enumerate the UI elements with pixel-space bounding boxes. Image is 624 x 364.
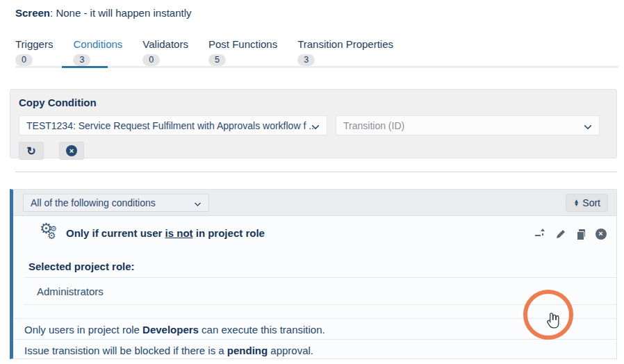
sort-button[interactable]: ▲▼ Sort <box>566 194 608 212</box>
condition-group-select[interactable]: All of the following conditions <box>23 194 209 212</box>
section-divider <box>15 172 617 172</box>
gears-icon: ⚙ ⚙ ⚙ <box>40 222 63 245</box>
tab-post-functions[interactable]: Post Functions 5 <box>208 38 277 66</box>
tab-count-badge: 5 <box>208 54 226 66</box>
tab-triggers[interactable]: Triggers 0 <box>15 38 53 66</box>
tab-count-badge: 0 <box>142 54 160 66</box>
conditions-header: All of the following conditions ▲▼ Sort <box>13 190 616 216</box>
edit-icon[interactable] <box>555 228 566 240</box>
close-circle-icon: × <box>66 145 77 156</box>
transition-select-placeholder: Transition (ID) <box>343 120 404 131</box>
tab-count-badge: 0 <box>15 54 33 66</box>
screen-label: Screen <box>15 7 50 19</box>
clear-copy-condition-button[interactable]: × <box>59 142 84 160</box>
copy-condition-title: Copy Condition <box>19 97 97 108</box>
active-tab-indicator <box>62 66 108 68</box>
tab-label: Validators <box>142 38 188 50</box>
selected-role-value: Administrators <box>13 278 616 304</box>
screen-summary: Screen: None - it will happen instantly <box>15 7 191 19</box>
condition-message-row: Issue transistion will be blocked if the… <box>13 339 616 360</box>
delete-icon[interactable]: × <box>595 228 607 240</box>
tab-count-badge: 3 <box>73 54 90 66</box>
copy-condition-panel: Copy Condition TEST1234: Service Request… <box>10 89 617 158</box>
condition-message-row: Only users in project role Developers ca… <box>13 318 616 339</box>
tab-transition-properties[interactable]: Transition Properties 3 <box>297 38 393 66</box>
tab-validators[interactable]: Validators 0 <box>142 38 188 66</box>
move-transition-icon[interactable] <box>534 228 546 240</box>
sort-icon: ▲▼ <box>573 199 579 206</box>
tab-label: Transition Properties <box>297 38 393 50</box>
tab-label: Post Functions <box>208 38 277 50</box>
copy-icon[interactable] <box>575 228 586 240</box>
workflow-select[interactable]: TEST1234: Service Request Fulfilment wit… <box>19 115 327 135</box>
transition-select[interactable]: Transition (ID) <box>336 115 600 135</box>
refresh-icon: ↻ <box>26 144 35 158</box>
workflow-select-value: TEST1234: Service Request Fulfilment wit… <box>26 120 317 131</box>
refresh-button[interactable]: ↻ <box>19 142 44 160</box>
transition-tabs: Triggers 0 Conditions 3 Validators 0 Pos… <box>15 38 393 66</box>
condition-title: Only if current user is not in project r… <box>66 227 265 239</box>
sort-label: Sort <box>582 197 600 208</box>
conditions-panel: All of the following conditions ▲▼ Sort … <box>10 189 617 359</box>
selected-role-label: Selected project role: <box>13 251 616 277</box>
tab-label: Conditions <box>73 38 122 50</box>
tab-count-badge: 3 <box>297 54 315 66</box>
condition-item: ⚙ ⚙ ⚙ Only if current user is not in pro… <box>13 216 616 251</box>
tab-label: Triggers <box>15 38 53 50</box>
chevron-down-icon <box>584 122 591 129</box>
condition-item-footer <box>13 305 616 318</box>
workflow-transition-editor: Screen: None - it will happen instantly … <box>0 0 624 364</box>
tab-conditions[interactable]: Conditions 3 <box>73 38 122 66</box>
condition-actions: × <box>534 228 607 240</box>
chevron-down-icon <box>195 200 202 207</box>
screen-value: : None - it will happen instantly <box>50 7 191 19</box>
condition-group-value: All of the following conditions <box>31 197 156 208</box>
